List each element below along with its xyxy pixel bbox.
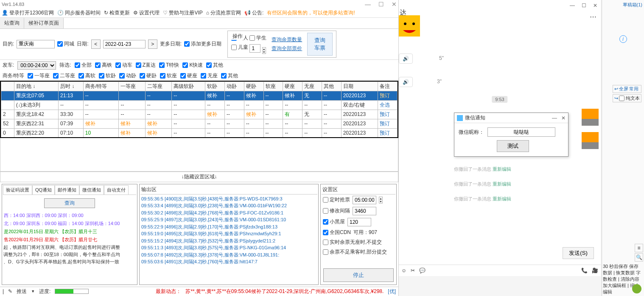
table-row[interactable]: (↓)未选3列------------------------双击/右键全选: [1, 100, 398, 110]
tab-station[interactable]: 站查询: [0, 18, 24, 28]
wechat-icon[interactable]: [632, 284, 641, 293]
col-header[interactable]: 历时 ↓: [59, 82, 84, 91]
table-row[interactable]: 2重庆北18:4233:30--------候补--候补--有无--202201…: [1, 110, 398, 119]
filter-all[interactable]: 全部: [75, 62, 92, 69]
push-icon[interactable]: ✎: [8, 288, 12, 294]
col-header[interactable]: 无座: [302, 82, 322, 91]
reedit-3[interactable]: 重新编辑: [493, 196, 511, 201]
same-city-check[interactable]: 同城: [57, 40, 74, 48]
stop-button[interactable]: 停止: [323, 268, 394, 282]
filter-k[interactable]: K快速: [182, 62, 203, 69]
set-interval[interactable]: 修改间隔: [323, 207, 350, 214]
col-header[interactable]: [1, 82, 14, 91]
check-link[interactable]: ↻检查更新: [104, 9, 130, 17]
dest-input[interactable]: [17, 40, 55, 48]
set-cdn[interactable]: 全国CDN: [323, 229, 351, 236]
seat-3[interactable]: 高软: [78, 72, 95, 79]
seat-5[interactable]: 动卧: [119, 72, 136, 79]
seat-1[interactable]: 一等座: [28, 72, 50, 79]
plain-check[interactable]: 纯文本: [619, 95, 640, 101]
nick-input[interactable]: [487, 127, 555, 137]
col-header[interactable]: 高级软卧: [172, 82, 205, 91]
child-up[interactable]: ▲: [263, 48, 266, 51]
info-icon[interactable]: i: [619, 35, 627, 43]
voice-msg-2[interactable]: 🔊: [399, 77, 413, 87]
video-icon[interactable]: 🎥: [592, 268, 598, 273]
chat-close-icon[interactable]: ✕: [593, 3, 597, 8]
official-link[interactable]: ⌂分流抢票官网: [206, 9, 241, 17]
set-black[interactable]: 小黑屋: [323, 218, 345, 226]
col-header[interactable]: 备注: [378, 82, 398, 91]
set-noseat[interactable]: 实时余票无座时,不提交: [323, 239, 382, 246]
draft-link[interactable]: 草稿箱(1): [623, 2, 642, 8]
col-header[interactable]: 硬座: [283, 82, 302, 91]
proxy-link[interactable]: ⚙设置代理: [133, 9, 160, 17]
add-more-date-check[interactable]: 添加更多日期: [184, 40, 221, 48]
filter-t[interactable]: T特快: [159, 62, 179, 69]
search-icon[interactable]: 🔍: [635, 253, 643, 262]
set-partial[interactable]: 余票不足乘客时,部分提交: [323, 248, 387, 256]
ptab-captcha[interactable]: 验证码设置: [3, 185, 32, 195]
filter-d[interactable]: 动车: [115, 62, 132, 69]
test-button[interactable]: 测试: [497, 140, 529, 152]
book-link[interactable]: 全选: [380, 102, 390, 108]
table-row[interactable]: 0重庆西22:2007:1010候补候补----------------2022…: [1, 128, 398, 138]
interval-input[interactable]: [353, 207, 376, 215]
book-link[interactable]: 预订: [380, 93, 390, 99]
reedit-1[interactable]: 重新编辑: [493, 166, 511, 172]
filter-g[interactable]: 高铁: [95, 62, 112, 69]
menu-icon[interactable]: ≡: [635, 244, 643, 252]
col-header[interactable]: 软座: [263, 82, 283, 91]
phone-icon[interactable]: 📞: [581, 268, 588, 273]
reedit-2[interactable]: 重新编辑: [493, 181, 511, 186]
query-all-link[interactable]: 查询全部票价: [272, 45, 302, 52]
send-button[interactable]: 发送(S): [563, 247, 594, 259]
col-header[interactable]: 硬卧: [244, 82, 263, 91]
ptab-wechat[interactable]: 微信通知: [79, 185, 104, 195]
child-down[interactable]: ▼: [263, 51, 266, 54]
chat-maximize-icon[interactable]: ☐: [582, 3, 586, 8]
col-header[interactable]: 目的地 ↓: [14, 82, 59, 91]
date-prev-button[interactable]: <: [91, 39, 101, 49]
col-header[interactable]: 动卧: [225, 82, 244, 91]
fullscreen-btn[interactable]: 全屏: [619, 86, 628, 92]
query-button[interactable]: 查询 车票: [307, 33, 333, 56]
timed-input[interactable]: [353, 196, 376, 204]
voice-msg-1[interactable]: 🔊: [399, 54, 413, 64]
filter-z[interactable]: Z直达: [136, 62, 156, 69]
set-timed[interactable]: 定时抢票: [323, 196, 350, 203]
child-count-input[interactable]: [249, 44, 260, 53]
query-count-link[interactable]: 查询余票数量: [272, 36, 302, 43]
hide-settings-toggle[interactable]: ↓隐藏设置区域↓: [0, 172, 398, 182]
seat-7[interactable]: 软座: [160, 72, 177, 79]
seat-4[interactable]: 软卧: [99, 72, 116, 79]
seat-9[interactable]: 无座: [201, 72, 218, 79]
ptab-qq[interactable]: QQ通知: [32, 185, 55, 195]
dlg-close-icon[interactable]: ✕: [561, 115, 566, 121]
col-header[interactable]: 二等座: [145, 82, 171, 91]
seat-8[interactable]: 硬座: [180, 72, 197, 79]
student-check[interactable]: 学生: [249, 34, 266, 42]
child-check[interactable]: 儿童: [231, 44, 248, 51]
ptab-autopay[interactable]: 自动支付: [104, 185, 129, 195]
date-next-button[interactable]: >: [148, 39, 157, 49]
sync-link[interactable]: 🕐同步服务器时间: [57, 9, 101, 17]
maximize-icon[interactable]: ☐: [378, 1, 384, 8]
table-row[interactable]: 重庆北07:0521:13------候补--候补--候补无--20220123…: [1, 91, 398, 100]
table-row[interactable]: 52重庆西22:3107:39候补候补候补----------------202…: [1, 119, 398, 128]
reply-icon[interactable]: ↩: [614, 86, 618, 92]
depart-time-select[interactable]: 00:00-24:00: [17, 61, 56, 70]
login-link[interactable]: 👤登录打开12306官网: [2, 9, 54, 17]
scissors-icon[interactable]: ✂: [411, 268, 415, 273]
ptab-mail[interactable]: 邮件通知: [55, 185, 79, 195]
dlg-minimize-icon[interactable]: —: [552, 115, 557, 121]
book-link[interactable]: 预订: [380, 111, 390, 117]
col-header[interactable]: 软卧: [205, 82, 225, 91]
minimize-icon[interactable]: —: [365, 1, 371, 8]
date-input[interactable]: [103, 40, 146, 48]
col-header[interactable]: 商务/特等: [83, 82, 119, 91]
filter-other[interactable]: 其他: [206, 62, 223, 69]
seat-2[interactable]: 二等座: [53, 72, 75, 79]
col-header[interactable]: 其他: [322, 82, 341, 91]
seat-6[interactable]: 硬卧: [140, 72, 157, 79]
